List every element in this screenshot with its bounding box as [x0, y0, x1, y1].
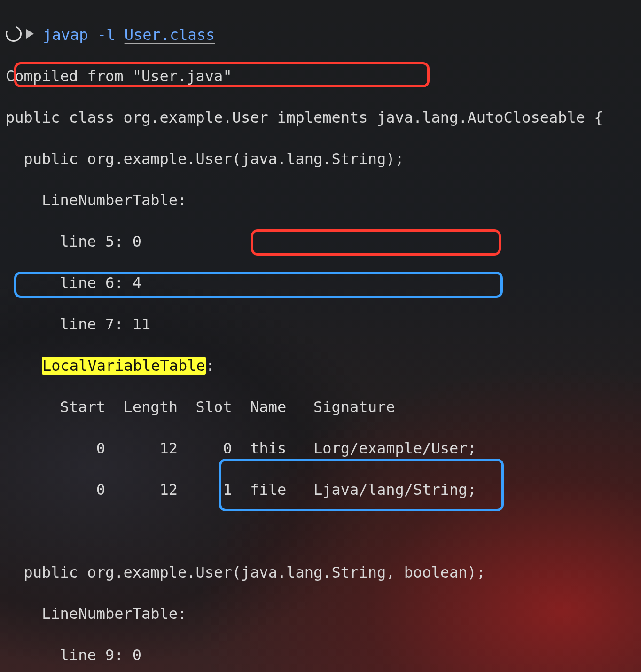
ctor1-sig: public org.example.User(java.lang.String… [6, 148, 635, 169]
ctor1-lvt-row: 0 12 0 this Lorg/example/User; [6, 438, 635, 459]
ctor1-lnt-row: line 7: 11 [6, 314, 635, 335]
prompt-line[interactable]: javap -l User.class [6, 24, 635, 45]
ctor1-lvt-row: 0 12 1 file Ljava/lang/String; [6, 479, 635, 500]
blank-line [6, 521, 635, 541]
command-part: javap -l [43, 26, 124, 44]
ctor2-lnt-row: line 9: 0 [6, 645, 635, 665]
terminal-output: javap -l User.class Compiled from "User.… [0, 0, 641, 672]
ctor2-sig: public org.example.User(java.lang.String… [6, 562, 635, 583]
ctor1-lvt-label: LocalVariableTable: [6, 355, 635, 376]
lvt-colon: : [206, 357, 215, 375]
ctor1-lnt-row: line 6: 4 [6, 273, 635, 293]
compiled-from-line: Compiled from "User.java" [6, 66, 635, 86]
ctor1-lnt-row: line 5: 0 [6, 231, 635, 252]
ctor1-lnt-label: LineNumberTable: [6, 190, 635, 211]
chevron-right-icon [26, 29, 34, 39]
debian-icon [3, 23, 24, 44]
class-decl-line: public class org.example.User implements… [6, 107, 635, 128]
command-text: javap -l User.class [43, 26, 215, 44]
lvt-highlight: LocalVariableTable [42, 357, 206, 375]
command-arg: User.class [125, 26, 215, 44]
prompt-icons [6, 26, 34, 42]
ctor1-lvt-header: Start Length Slot Name Signature [6, 397, 635, 417]
ctor2-lnt-label: LineNumberTable: [6, 603, 635, 624]
indent [6, 357, 42, 375]
